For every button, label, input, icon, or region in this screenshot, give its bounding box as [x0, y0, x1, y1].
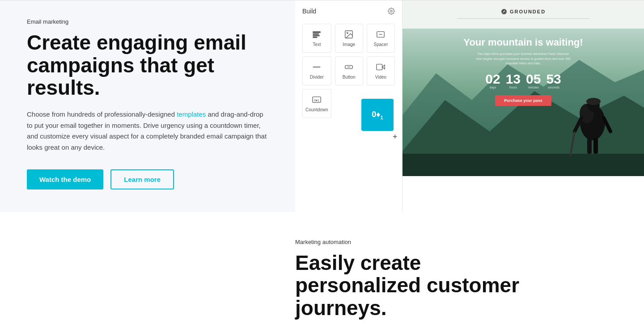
description: Choose from hundreds of professionally-d…	[27, 109, 268, 153]
email-card: GROUNDED	[402, 0, 644, 212]
builder-item-image[interactable]: Image	[335, 24, 363, 53]
hero-title: Your mountain is waiting!	[463, 37, 583, 48]
builder-item-video[interactable]: Video	[367, 56, 395, 85]
gear-icon[interactable]	[388, 8, 395, 15]
builder-item-text[interactable]: Text	[302, 24, 331, 53]
cta-buttons: Watch the demo Learn more	[27, 169, 268, 189]
countdown-badge-number: 0♦1	[372, 109, 383, 120]
svg-marker-13	[382, 65, 385, 69]
builder-header: Build	[302, 8, 395, 15]
svg-point-6	[347, 32, 348, 34]
main-heading: Create engaging email campaigns that get…	[27, 31, 268, 99]
builder-title: Build	[302, 8, 316, 15]
svg-rect-2	[313, 34, 319, 34]
svg-point-0	[390, 10, 392, 12]
email-marketing-section: Email marketing Create engaging email ca…	[0, 0, 295, 212]
builder-item-button[interactable]: Button	[335, 56, 363, 85]
section-label: Email marketing	[27, 18, 268, 25]
svg-rect-3	[313, 35, 320, 36]
countdown-icon: 0♦1	[312, 95, 322, 105]
automation-content: Marketing automation Easily create perso…	[295, 239, 581, 324]
right-panel: Build Text	[295, 0, 644, 212]
brand-divider	[457, 18, 589, 19]
svg-rect-12	[377, 64, 382, 70]
svg-rect-1	[313, 32, 321, 33]
svg-text:0♦1: 0♦1	[314, 98, 319, 102]
spacer-icon	[376, 29, 386, 39]
builder-item-countdown[interactable]: 0♦1 Countdown	[302, 89, 331, 118]
button-icon	[344, 62, 354, 72]
countdown-floating-badge: 0♦1	[361, 99, 394, 131]
templates-link[interactable]: templates	[177, 110, 206, 118]
timer-hours: 13 hours	[506, 72, 521, 89]
svg-rect-4	[313, 37, 317, 38]
watch-demo-button[interactable]: Watch the demo	[27, 169, 103, 189]
svg-rect-25	[587, 138, 592, 154]
builder-item-divider[interactable]: Divider	[302, 56, 331, 85]
countdown-label: Countdown	[305, 107, 328, 112]
timer-minutes: 05 minutes	[526, 72, 541, 89]
button-label: Button	[343, 75, 356, 80]
email-header: GROUNDED	[402, 0, 644, 29]
divider-icon	[312, 62, 322, 72]
brand-name: GROUNDED	[510, 9, 546, 14]
hero-subtitle: Two days left to purchase your Summer Ad…	[474, 52, 572, 66]
image-icon	[344, 29, 354, 39]
spacer-label: Spacer	[374, 42, 388, 47]
builder-item-spacer[interactable]: Spacer	[367, 24, 395, 53]
video-icon	[376, 62, 386, 72]
automation-label: Marketing automation	[295, 239, 581, 245]
video-label: Video	[375, 75, 386, 80]
svg-rect-26	[593, 138, 598, 154]
svg-rect-20	[402, 154, 644, 176]
email-preview: GROUNDED	[402, 0, 644, 212]
text-icon	[312, 29, 322, 39]
hero-content: Your mountain is waiting! Two days left …	[402, 29, 644, 114]
timer-days: 02 days	[485, 72, 500, 89]
divider-label: Divider	[310, 75, 324, 80]
leaf-icon	[501, 8, 507, 15]
text-label: Text	[313, 42, 321, 47]
automation-heading: Easily create personalized customer jour…	[295, 252, 581, 320]
countdown-timer: 02 days 13 hours 05 minutes	[485, 72, 561, 89]
timer-seconds: 53 seconds	[546, 72, 561, 89]
learn-more-button[interactable]: Learn more	[110, 169, 174, 189]
email-hero: Your mountain is waiting! Two days left …	[402, 29, 644, 176]
marketing-automation-section: Marketing automation Easily create perso…	[0, 212, 644, 324]
image-label: Image	[343, 42, 355, 47]
purchase-button[interactable]: Purchase your pass	[495, 95, 551, 106]
plus-icon: +	[393, 132, 398, 142]
brand-logo: GROUNDED	[501, 8, 546, 15]
